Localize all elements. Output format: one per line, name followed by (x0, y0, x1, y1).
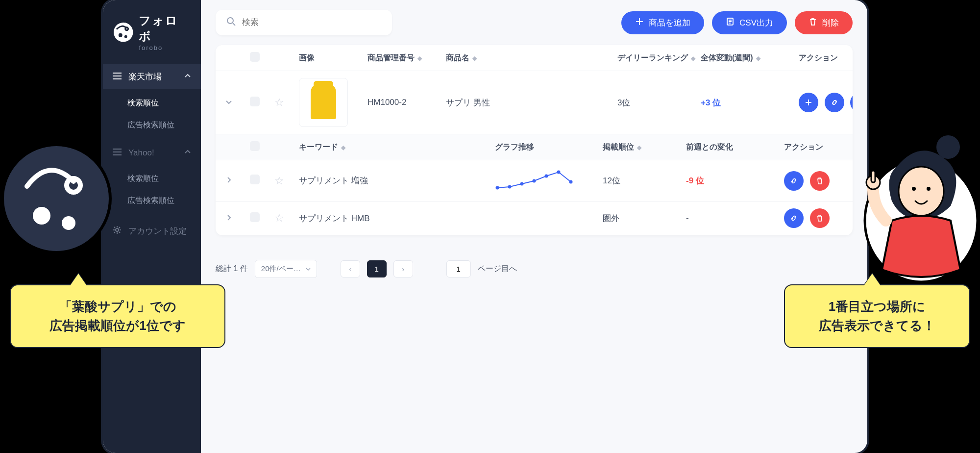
product-sku: HM1000-2 (368, 98, 446, 107)
search-input[interactable] (242, 18, 381, 27)
keyword-sparkline (495, 167, 603, 194)
gear-icon (113, 226, 122, 237)
svg-point-6 (899, 167, 944, 216)
col-daily-rank[interactable]: デイリーランキング◆ (617, 53, 701, 63)
svg-point-23 (545, 175, 548, 178)
sort-icon: ◆ (691, 55, 695, 62)
product-weekly-change: +3 位 (701, 97, 799, 108)
col-rank[interactable]: 掲載順位◆ (603, 142, 686, 152)
sidebar-item-yahoo-search-rank[interactable]: 検索順位 (103, 168, 201, 190)
list-icon (113, 148, 122, 158)
product-image (299, 78, 348, 127)
sort-icon: ◆ (472, 55, 477, 62)
keyword-diff: -9 位 (686, 175, 784, 186)
star-toggle[interactable]: ☆ (274, 175, 299, 187)
row-checkbox[interactable] (250, 175, 260, 184)
keyword-actions (784, 208, 853, 228)
app-frame: フォロボ forobo 楽天市場 検索順位 広告検索順位 (103, 0, 867, 453)
prev-page-button[interactable]: ‹ (341, 260, 360, 277)
checkbox-all-keywords[interactable] (250, 141, 260, 151)
sidebar-group-rakuten[interactable]: 楽天市場 (103, 64, 201, 89)
keyword-row: ☆ サプリメント 増強 12位 -9 位 (216, 160, 853, 201)
sidebar-item-rakuten-search-rank[interactable]: 検索順位 (103, 92, 201, 114)
keyword-row: ☆ サプリメント HMB 圏外 - (216, 201, 853, 235)
col-weekly-change[interactable]: 全体変動(週間)◆ (701, 53, 799, 63)
row-delete-button[interactable] (850, 93, 853, 112)
pagination: 総計 1 件 20件/ペー… ‹ 1 › ページ目へ (216, 260, 853, 278)
row-expand-toggle[interactable] (225, 214, 250, 223)
keyword-text: サプリメント HMB (299, 213, 495, 224)
page-number-current[interactable]: 1 (367, 260, 387, 277)
main-content: 商品を追加 CSV出力 削除 画像 商品管理番号◆ 商品名◆ デイリーランキング… (201, 0, 867, 453)
delete-button[interactable]: 削除 (795, 11, 853, 34)
trash-icon (808, 17, 817, 28)
checkbox-all[interactable] (250, 52, 260, 62)
svg-point-22 (533, 179, 536, 183)
sidebar-item-account-settings[interactable]: アカウント設定 (103, 219, 201, 244)
row-add-button[interactable] (799, 93, 818, 112)
sidebar-account-settings-label: アカウント設定 (128, 226, 187, 237)
brand-name-en: forobo (139, 44, 191, 51)
keyword-rank: 圏外 (603, 213, 686, 224)
sidebar-item-yahoo-ad-rank[interactable]: 広告検索順位 (103, 190, 201, 212)
col-graph: グラフ推移 (495, 142, 603, 152)
product-name: サプリ 男性 (446, 97, 617, 108)
goto-page-input[interactable] (446, 260, 471, 277)
product-table-header: 画像 商品管理番号◆ 商品名◆ デイリーランキング◆ 全体変動(週間)◆ アクシ… (216, 45, 853, 71)
col-sku[interactable]: 商品管理番号◆ (368, 53, 446, 63)
list-icon (113, 72, 122, 82)
svg-point-5 (936, 135, 960, 159)
star-toggle[interactable]: ☆ (274, 96, 299, 109)
col-image: 画像 (299, 53, 368, 63)
csv-export-button[interactable]: CSV出力 (712, 11, 787, 34)
brand-name-jp: フォロボ (139, 13, 191, 44)
row-delete-button[interactable] (810, 208, 830, 228)
callout-right-line1: 1番目立つ場所に (802, 297, 953, 316)
add-product-button[interactable]: 商品を追加 (621, 11, 704, 34)
chevron-up-icon (184, 72, 191, 82)
row-expand-toggle[interactable] (225, 99, 250, 107)
keyword-rank: 12位 (603, 175, 686, 186)
svg-point-13 (119, 33, 122, 37)
keyword-table-header: キーワード◆ グラフ推移 掲載順位◆ 前週との変化 アクション (216, 134, 853, 160)
row-delete-button[interactable] (810, 171, 830, 191)
svg-point-25 (569, 180, 573, 184)
svg-point-21 (520, 182, 524, 186)
row-checkbox[interactable] (250, 97, 260, 106)
row-link-button[interactable] (784, 208, 804, 228)
per-page-select[interactable]: 20件/ペー… (255, 260, 317, 278)
brand-logo-icon (113, 22, 134, 43)
sidebar-group-yahoo[interactable]: Yahoo! (103, 141, 201, 165)
callout-left-line2: 広告掲載順位が1位です (27, 316, 208, 335)
keyword-actions (784, 171, 853, 191)
plus-icon (635, 17, 644, 28)
keyword-text: サプリメント 増強 (299, 175, 495, 186)
svg-point-19 (496, 186, 499, 190)
svg-point-16 (116, 228, 119, 231)
svg-point-17 (227, 18, 233, 24)
goto-page-label: ページ目へ (478, 264, 517, 274)
chevron-down-icon (306, 265, 311, 273)
callout-right-line2: 広告表示できてる！ (802, 316, 953, 335)
mascot-left (0, 142, 113, 255)
svg-point-24 (557, 171, 561, 174)
search-box[interactable] (216, 10, 392, 35)
mascot-right (862, 123, 980, 284)
row-checkbox[interactable] (250, 212, 260, 222)
chevron-up-icon (184, 148, 191, 158)
topbar: 商品を追加 CSV出力 削除 (216, 10, 853, 35)
col-keyword[interactable]: キーワード◆ (299, 142, 495, 152)
row-link-button[interactable] (784, 171, 804, 191)
col-name[interactable]: 商品名◆ (446, 53, 617, 63)
product-actions (799, 93, 853, 112)
star-toggle[interactable]: ☆ (274, 212, 299, 225)
sort-icon: ◆ (637, 144, 641, 151)
next-page-button[interactable]: › (393, 260, 413, 277)
svg-point-0 (2, 145, 110, 252)
sidebar-item-rakuten-ad-rank[interactable]: 広告検索順位 (103, 114, 201, 136)
row-link-button[interactable] (825, 93, 844, 112)
row-expand-toggle[interactable] (225, 176, 250, 185)
svg-point-20 (508, 185, 512, 189)
sidebar-group-rakuten-label: 楽天市場 (128, 71, 162, 82)
pagination-total: 総計 1 件 (216, 264, 248, 274)
